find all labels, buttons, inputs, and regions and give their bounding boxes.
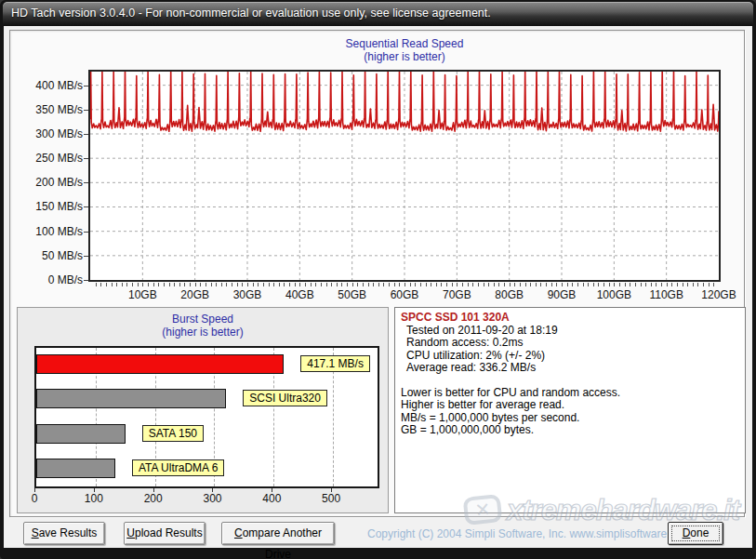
x-axis-tick-label: 60GB — [378, 288, 431, 301]
x-axis-minor-tick — [651, 283, 652, 286]
x-axis-tick-label: 50GB — [326, 288, 378, 301]
x-axis-minor-tick — [693, 283, 694, 286]
sequential-chart-title-line: Sequential Read Speed — [88, 37, 721, 50]
x-axis-minor-tick — [200, 283, 201, 286]
hdtach-window: HD Tach version 3.0.4.0 - For non-commer… — [0, 0, 756, 559]
burst-bar-label: 417.1 MB/s — [300, 355, 370, 372]
x-axis-minor-tick — [426, 283, 427, 286]
x-axis-minor-tick — [420, 283, 421, 286]
sequential-read-chart — [88, 70, 721, 282]
x-axis-minor-tick — [583, 283, 584, 286]
x-axis-tick-label: 10GB — [116, 288, 168, 301]
burst-chart-subtitle: (higher is better) — [18, 326, 388, 339]
x-axis-minor-tick — [436, 283, 437, 286]
window-titlebar[interactable]: HD Tach version 3.0.4.0 - For non-commer… — [3, 2, 753, 26]
compare-another-drive-button[interactable]: Compare Another Drive — [221, 522, 335, 545]
info-note-line: Lower is better for CPU and random acces… — [401, 387, 739, 400]
x-axis-minor-tick — [126, 283, 127, 286]
y-axis-tick-label: 400 MB/s — [10, 79, 83, 92]
drive-detail-line: Tested on 2011-09-20 at 18:19 — [401, 325, 739, 338]
burst-chart-title: Burst Speed (higher is better) — [18, 313, 388, 339]
x-axis-minor-tick — [237, 283, 238, 286]
x-axis-minor-tick — [540, 283, 541, 286]
y-axis-tick-label: 50 MB/s — [10, 249, 83, 262]
x-axis-minor-tick — [311, 283, 312, 286]
window-title: HD Tach version 3.0.4.0 - For non-commer… — [11, 7, 491, 20]
burst-x-tick-label: 200 — [135, 492, 172, 505]
x-axis-minor-tick — [100, 283, 101, 286]
x-axis-minor-tick — [677, 283, 678, 286]
burst-x-tick — [212, 488, 213, 492]
client-area: Sequential Read Speed (higher is better)… — [4, 26, 752, 548]
main-panel: Sequential Read Speed (higher is better)… — [9, 30, 745, 517]
x-axis-minor-tick — [169, 283, 170, 286]
save-results-button[interactable]: Save Results — [23, 522, 105, 545]
burst-bar-connector — [226, 398, 243, 400]
x-axis-minor-tick — [667, 283, 668, 286]
burst-bar-label: SATA 150 — [142, 425, 204, 442]
x-axis-minor-tick — [389, 283, 390, 286]
burst-bar-label: SCSI Ultra320 — [243, 390, 327, 406]
x-axis-minor-tick — [247, 283, 248, 286]
x-axis-minor-tick — [378, 283, 379, 286]
x-axis-minor-tick — [614, 283, 615, 286]
info-notes: Lower is better for CPU and random acces… — [401, 387, 739, 437]
x-axis-minor-tick — [337, 283, 338, 286]
x-axis-tick-label: 30GB — [221, 288, 273, 301]
drive-detail-line: Random access: 0.2ms — [401, 337, 739, 350]
x-axis-tick-label: 80GB — [484, 288, 536, 301]
upload-results-button[interactable]: Upload Results — [124, 522, 206, 545]
x-axis-tick-label: 70GB — [431, 288, 483, 301]
x-axis-minor-tick — [153, 283, 154, 286]
x-axis-minor-tick — [452, 283, 453, 286]
burst-x-tick-label: 300 — [193, 492, 231, 505]
x-axis-tick-label: 90GB — [536, 288, 588, 301]
burst-speed-panel: Burst Speed (higher is better) 417.1 MB/… — [17, 307, 389, 513]
x-axis-minor-tick — [431, 283, 431, 286]
x-axis-minor-tick — [588, 283, 589, 286]
y-axis-tick-label: 150 MB/s — [10, 200, 83, 213]
x-axis-minor-tick — [242, 283, 243, 286]
x-axis-minor-tick — [609, 283, 610, 286]
x-axis-tick-label: 100GB — [588, 288, 640, 301]
x-axis-minor-tick — [373, 283, 374, 286]
x-axis-tick-label: 20GB — [169, 288, 221, 301]
x-axis-minor-tick — [352, 283, 353, 286]
x-axis-minor-tick — [536, 283, 537, 286]
x-axis-minor-tick — [703, 283, 704, 286]
x-axis-minor-tick — [158, 283, 159, 286]
x-axis-minor-tick — [383, 283, 384, 286]
x-axis-minor-tick — [504, 283, 505, 286]
x-axis-minor-tick — [184, 283, 185, 286]
x-axis-minor-tick — [546, 283, 547, 286]
x-axis-minor-tick — [321, 283, 322, 286]
x-axis-minor-tick — [148, 283, 149, 286]
x-axis-minor-tick — [577, 283, 578, 286]
burst-chart-title-line: Burst Speed — [18, 313, 388, 326]
x-axis-minor-tick — [368, 283, 369, 286]
x-axis-tick-label: 110GB — [641, 288, 693, 301]
x-axis-minor-tick — [347, 283, 348, 286]
y-axis-tick — [84, 280, 88, 281]
x-axis-minor-tick — [556, 283, 557, 286]
x-axis-minor-tick — [598, 283, 599, 286]
drive-info-panel: SPCC SSD 101 320A Tested on 2011-09-20 a… — [394, 307, 746, 513]
x-axis-minor-tick — [179, 283, 180, 286]
burst-bar-connector — [284, 364, 300, 366]
x-axis-minor-tick — [138, 283, 139, 286]
x-axis-minor-tick — [713, 283, 714, 286]
x-axis-minor-tick — [106, 283, 107, 286]
done-button[interactable]: Done — [668, 522, 723, 545]
burst-x-tick — [272, 488, 272, 492]
x-axis-minor-tick — [484, 283, 484, 286]
x-axis-minor-tick — [226, 283, 227, 286]
x-axis-minor-tick — [164, 283, 165, 286]
x-axis-tick-label: 120GB — [693, 288, 745, 301]
x-axis-minor-tick — [478, 283, 479, 286]
x-axis-minor-tick — [415, 283, 416, 286]
x-axis-minor-tick — [635, 283, 636, 286]
x-axis-minor-tick — [263, 283, 264, 286]
y-axis-tick — [84, 206, 88, 207]
burst-bar — [36, 354, 284, 374]
drive-detail-line: Average read: 336.2 MB/s — [401, 362, 739, 375]
